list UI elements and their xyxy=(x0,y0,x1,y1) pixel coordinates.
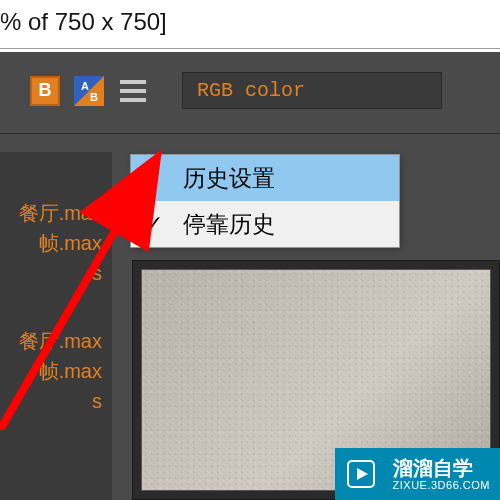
history-sidebar: 餐厅.max 帧.max s 餐厅.max 帧.max s xyxy=(0,152,112,500)
play-icon xyxy=(335,448,387,500)
list-item[interactable]: 餐厅.max 帧.max s xyxy=(0,318,112,446)
context-menu: 历史设置 ✓ 停靠历史 xyxy=(130,154,400,248)
svg-text:B: B xyxy=(90,91,98,103)
watermark: 溜溜自学 ZIXUE.3D66.COM xyxy=(335,448,500,500)
window-title: % of 750 x 750] xyxy=(0,0,500,49)
check-icon: ✓ xyxy=(131,211,177,237)
menu-item-history-settings[interactable]: 历史设置 xyxy=(131,155,399,201)
bold-icon[interactable]: B xyxy=(30,76,60,106)
list-item[interactable]: 餐厅.max 帧.max s xyxy=(0,190,112,318)
svg-marker-7 xyxy=(357,468,368,480)
title-text: % of 750 x 750] xyxy=(0,8,167,35)
divider xyxy=(0,133,500,134)
menu-item-dock-history[interactable]: ✓ 停靠历史 xyxy=(131,201,399,247)
toolbar: B A B RGB color xyxy=(0,52,500,129)
svg-text:A: A xyxy=(81,80,89,92)
hamburger-menu-icon[interactable] xyxy=(118,76,148,106)
compare-ab-icon[interactable]: A B xyxy=(74,76,104,106)
watermark-text: 溜溜自学 ZIXUE.3D66.COM xyxy=(387,448,500,500)
color-mode-field[interactable]: RGB color xyxy=(182,72,442,109)
app-body: B A B RGB color 餐厅.max 帧.max s 餐厅. xyxy=(0,52,500,500)
